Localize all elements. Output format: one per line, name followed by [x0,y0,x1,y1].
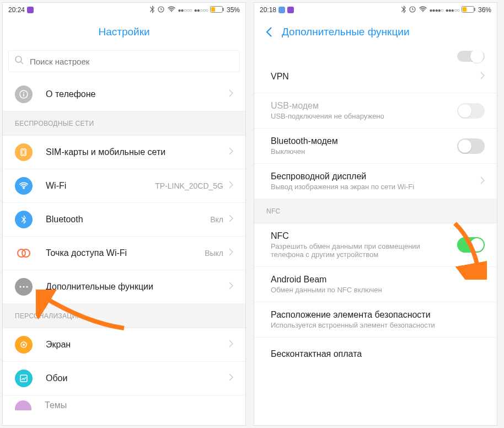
row-label: Экран [46,340,229,350]
chevron-right-icon [229,215,233,224]
more-row[interactable]: Дополнительные функции [3,270,245,304]
usb-toggle [457,103,485,119]
wifi-icon [167,6,176,14]
contactless-row[interactable]: Бесконтактная оплата [254,338,497,371]
svg-rect-21 [474,8,475,11]
wifi-icon [419,6,427,14]
row-subtitle: Обмен данными по NFC включен [271,286,485,294]
signal-2-icon: ●●●○○ [446,7,459,13]
header: Дополнительные функции [254,17,497,47]
chevron-right-icon [229,147,233,157]
row-label: Темы [45,400,233,410]
wifi-row[interactable]: Wi-Fi TP-LINK_20CD_5G [3,169,245,203]
row-label: Обои [46,373,229,383]
chevron-right-icon [229,282,233,292]
search-bar[interactable] [8,50,240,72]
row-label: Бесконтактная оплата [271,349,485,359]
clock: 20:18 [260,6,276,14]
search-input[interactable] [30,57,234,66]
status-bar: 20:18 ●●●●○ ●●●○○ 36% [254,3,497,17]
row-label: Bluetooth [46,215,210,224]
battery-icon [210,6,224,14]
usb-modem-row: USB-модем USB-подключения не обнаружено [254,93,497,129]
chevron-right-icon [229,340,233,350]
bt-toggle[interactable] [457,138,485,154]
hotspot-row[interactable]: Точка доступа Wi-Fi Выкл [3,237,245,270]
row-label: Расположение элемента безопасности [271,310,485,320]
app-icon [27,7,34,13]
svg-point-17 [23,344,25,346]
status-bar: 20:24 ●●○○○ ●●○○○ 35% [3,3,245,17]
svg-point-13 [19,286,21,287]
alarm-icon [409,6,416,14]
nfc-row[interactable]: NFC Разрешить обмен данными при совмещен… [254,223,497,267]
chevron-right-icon [480,176,485,186]
chevron-right-icon [229,248,233,258]
back-button[interactable] [262,26,276,38]
row-label: Беспроводной дисплей [271,172,480,181]
toggle-partial[interactable] [457,46,485,62]
app-icon [278,7,285,13]
row-subtitle: Выключен [271,147,457,156]
page-title: Настройки [98,26,149,38]
phone-right: 20:18 ●●●●○ ●●●○○ 36% Дополнитель [254,2,497,426]
display-row[interactable]: Экран [3,328,245,362]
nfc-toggle[interactable] [457,237,485,253]
svg-rect-18 [20,375,27,382]
row-label: SIM-карты и мобильные сети [46,147,229,157]
row-label: Android Beam [271,275,485,285]
svg-point-7 [23,92,24,93]
signal-1-icon: ●●●●○ [430,7,443,13]
chevron-right-icon [229,373,233,383]
chevron-right-icon [229,89,233,99]
bluetooth-circle-icon [15,211,33,228]
svg-line-5 [21,62,23,64]
display-icon [15,336,33,354]
bluetooth-row[interactable]: Bluetooth Вкл [3,203,245,237]
bluetooth-icon [401,6,406,15]
header: Настройки [3,17,245,47]
chevron-right-icon [229,181,233,191]
clock: 20:24 [8,6,25,14]
battery-icon [462,6,476,14]
row-label: Wi-Fi [46,181,155,191]
themes-row[interactable]: Темы [3,395,245,411]
hotspot-icon [15,244,33,262]
more-icon [15,278,33,296]
row-label: О телефоне [46,89,229,99]
bluetooth-icon [149,6,155,15]
section-wireless: БЕСПРОВОДНЫЕ СЕТИ [3,111,245,136]
row-label: USB-модем [271,101,457,111]
row-label: Дополнительные функции [46,282,229,292]
battery-percent: 36% [478,6,491,14]
row-subtitle: Вывод изображения на экран по сети Wi-Fi [271,183,480,191]
section-nfc: NFC [254,199,497,223]
svg-point-4 [15,56,22,62]
bt-modem-row[interactable]: Bluetooth-модем Выключен [254,129,497,164]
svg-rect-3 [211,7,215,12]
cast-row[interactable]: Беспроводной дисплей Вывод изображения н… [254,164,497,199]
row-subtitle: Используется встроенный элемент безопасн… [271,321,485,329]
chevron-right-icon [480,72,485,82]
alarm-icon [157,6,165,14]
wallpaper-row[interactable]: Обои [3,362,245,395]
about-phone-row[interactable]: О телефоне [3,78,245,111]
page-title: Дополнительные функции [282,26,410,38]
svg-rect-22 [463,7,467,12]
beam-row[interactable]: Android Beam Обмен данными по NFC включе… [254,267,497,302]
row-subtitle: USB-подключения не обнаружено [271,112,457,120]
secure-element-row[interactable]: Расположение элемента безопасности Испол… [254,302,497,338]
app-icon [287,7,294,13]
phone-left: 20:24 ●●○○○ ●●○○○ 35% Настройки [2,2,246,426]
row-value: TP-LINK_20CD_5G [155,181,223,190]
vpn-row[interactable]: VPN [254,60,497,93]
svg-rect-10 [22,150,25,154]
row-label: NFC [271,231,447,241]
row-label: VPN [271,72,480,82]
themes-icon [15,400,31,410]
svg-rect-8 [23,94,24,97]
sim-row[interactable]: SIM-карты и мобильные сети [3,136,245,169]
battery-percent: 35% [227,6,240,14]
row-value: Вкл [210,215,223,224]
section-personal: ПЕРСОНАЛИЗАЦИЯ [3,304,245,328]
